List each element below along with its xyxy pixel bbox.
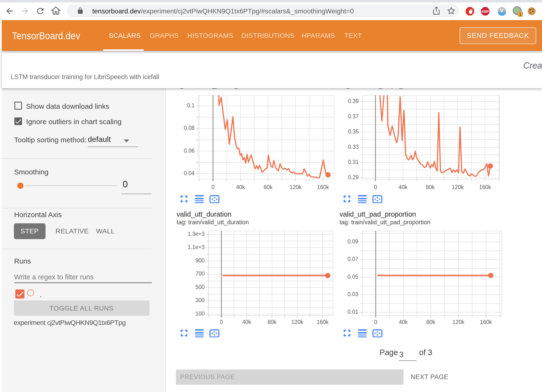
svg-text:0.01: 0.01 <box>347 309 358 315</box>
svg-text:40k: 40k <box>242 319 251 325</box>
svg-text:0: 0 <box>212 184 215 190</box>
svg-text:80k: 80k <box>268 319 277 325</box>
svg-text:0.05: 0.05 <box>347 274 358 280</box>
svg-text:1: 1 <box>519 12 521 17</box>
svg-text:700: 700 <box>196 271 205 277</box>
svg-text:1.1e+3: 1.1e+3 <box>188 244 205 250</box>
svg-text:0: 0 <box>220 319 223 325</box>
svg-text:0.29: 0.29 <box>348 174 359 180</box>
svg-text:500: 500 <box>196 284 205 290</box>
svg-text:0.31: 0.31 <box>348 159 359 165</box>
svg-text:160k: 160k <box>479 184 491 190</box>
svg-text:160k: 160k <box>480 319 492 325</box>
svg-text:0: 0 <box>374 319 377 325</box>
svg-text:0: 0 <box>374 184 377 190</box>
svg-text:40k: 40k <box>236 184 245 190</box>
svg-text:160k: 160k <box>317 319 329 325</box>
svg-text:0.08: 0.08 <box>184 125 195 131</box>
svg-text:300: 300 <box>196 297 205 303</box>
svg-text:120k: 120k <box>289 184 301 190</box>
svg-text:0.35: 0.35 <box>348 128 359 135</box>
svg-text:900: 900 <box>196 257 205 264</box>
svg-text:0.37: 0.37 <box>348 113 359 120</box>
svg-text:0.04: 0.04 <box>184 170 195 176</box>
svg-text:0.03: 0.03 <box>347 291 358 297</box>
svg-text:40k: 40k <box>398 184 408 190</box>
svg-text:0.33: 0.33 <box>348 144 359 150</box>
svg-text:ABP: ABP <box>482 10 489 13</box>
svg-text:40k: 40k <box>399 319 408 325</box>
svg-text:0.1: 0.1 <box>187 102 195 109</box>
svg-text:0.07: 0.07 <box>347 256 358 262</box>
svg-text:160k: 160k <box>317 184 329 190</box>
svg-text:80k: 80k <box>426 184 435 190</box>
svg-text:1.3e+3: 1.3e+3 <box>188 231 205 237</box>
svg-text:120k: 120k <box>452 319 464 325</box>
svg-text:100: 100 <box>196 311 205 317</box>
svg-text:0.06: 0.06 <box>184 148 195 154</box>
svg-text:80k: 80k <box>264 184 273 190</box>
svg-text:0.39: 0.39 <box>348 98 359 104</box>
svg-text:120k: 120k <box>452 184 464 190</box>
svg-text:0.09: 0.09 <box>347 238 358 245</box>
svg-text:120k: 120k <box>291 319 303 325</box>
svg-text:80k: 80k <box>426 319 435 325</box>
